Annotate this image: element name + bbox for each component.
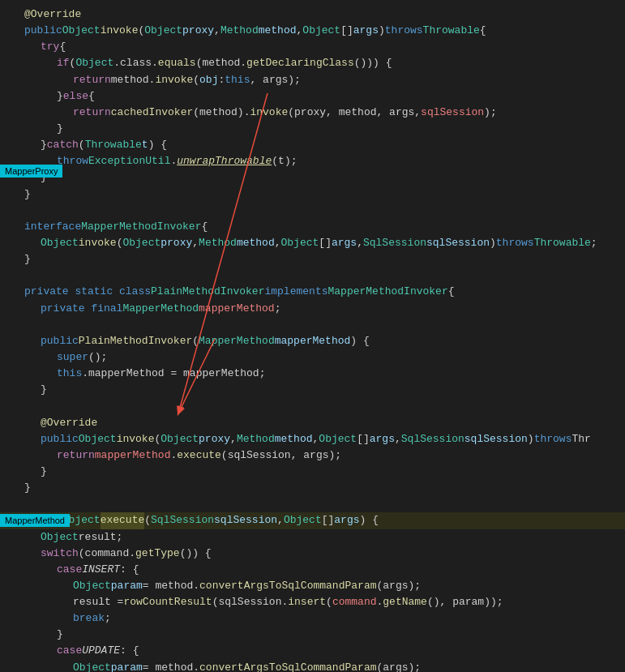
code-line bbox=[0, 203, 625, 219]
code-line: private final MapperMethod mapperMethod; bbox=[0, 301, 625, 317]
code-line: try { bbox=[0, 39, 625, 55]
code-line: } bbox=[0, 121, 625, 137]
code-line: } bbox=[0, 627, 625, 643]
code-line: public Object invoke(Object proxy, Metho… bbox=[0, 431, 625, 447]
code-line: Object param = method.convertArgsToSqlCo… bbox=[0, 578, 625, 594]
code-line: case UPDATE: { bbox=[0, 643, 625, 659]
code-line: break; bbox=[0, 610, 625, 627]
code-line: Object param = method.convertArgsToSqlCo… bbox=[0, 660, 625, 672]
code-line: } bbox=[0, 480, 625, 496]
execute-line: public Object execute(SqlSession sqlSess… bbox=[0, 512, 625, 529]
code-line: } else { bbox=[0, 88, 625, 105]
code-line: super(); bbox=[0, 349, 625, 366]
code-line: public PlainMethodInvoker(MapperMethod m… bbox=[0, 333, 625, 349]
code-line: this.mapperMethod = mapperMethod; bbox=[0, 366, 625, 382]
code-line: public Object invoke(Object proxy, Metho… bbox=[0, 23, 625, 39]
code-line: case INSERT: { bbox=[0, 562, 625, 578]
code-line: Object invoke(Object proxy, Method metho… bbox=[0, 235, 625, 251]
code-line: interface MapperMethodInvoker { bbox=[0, 219, 625, 235]
code-line: } bbox=[0, 186, 625, 203]
code-line: @Override bbox=[0, 6, 625, 23]
code-line: @Override bbox=[0, 415, 625, 431]
code-line bbox=[0, 317, 625, 333]
code-line: } bbox=[0, 382, 625, 398]
code-line: return method.invoke( obj: this, args); bbox=[0, 72, 625, 88]
code-line: if (Object.class.equals(method.getDeclar… bbox=[0, 55, 625, 71]
code-line: throw ExceptionUtil.unwrapThrowable(t); bbox=[0, 153, 625, 169]
code-line: Object result; bbox=[0, 529, 625, 546]
code-line bbox=[0, 496, 625, 512]
code-line: } catch (Throwable t) { bbox=[0, 137, 625, 153]
code-line: } bbox=[0, 169, 625, 186]
code-line bbox=[0, 398, 625, 414]
code-line: return mapperMethod.execute(sqlSession, … bbox=[0, 447, 625, 464]
mapper-proxy-label: MapperProxy bbox=[0, 165, 62, 178]
code-line: private static class PlainMethodInvoker … bbox=[0, 284, 625, 300]
code-line: } bbox=[0, 464, 625, 480]
mapper-method-label: MapperMethod bbox=[0, 514, 70, 527]
code-line: } bbox=[0, 251, 625, 268]
code-line: result = rowCountResult(sqlSession.inser… bbox=[0, 594, 625, 610]
code-viewer: MapperProxy MapperMethod @Override publi… bbox=[0, 0, 625, 672]
code-line: return cachedInvoker(method).invoke(prox… bbox=[0, 105, 625, 121]
code-line: switch (command.getType()) { bbox=[0, 546, 625, 562]
code-line bbox=[0, 268, 625, 284]
